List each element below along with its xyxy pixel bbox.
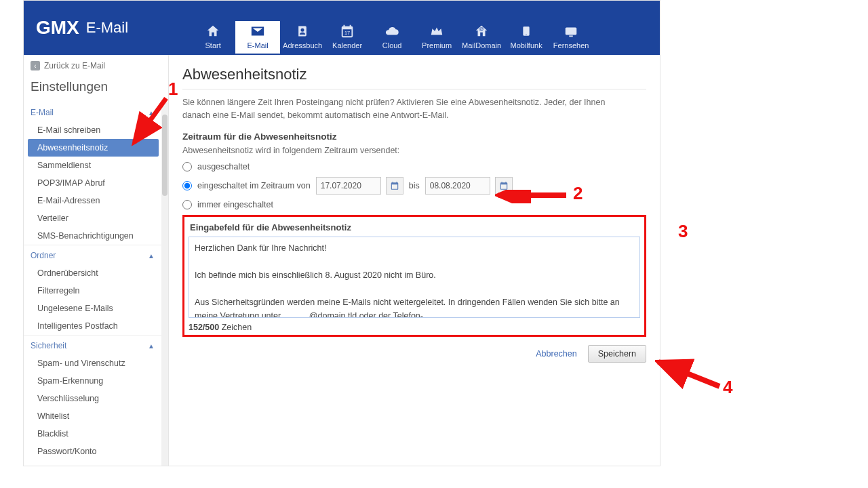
maildomain-icon: @ [474,22,489,40]
arrow-4-icon [655,358,723,392]
tab-label: Fernsehen [553,41,589,49]
brand: GMX E-Mail [24,1,143,55]
sidebar-item[interactable]: Blacklist [24,425,161,443]
premium-icon [429,22,444,40]
sidebar-item[interactable]: Filterregeln [24,282,161,300]
tab-start[interactable]: Start [191,21,235,54]
mobilfunk-icon [521,22,532,40]
option-range[interactable]: eingeschaltet im Zeitraum von bis [182,177,646,195]
email-icon [250,22,265,40]
sidebar-item[interactable]: Abwesenheitsnotiz [28,139,159,157]
tab-cloud[interactable]: Cloud [370,21,414,54]
sidebar-scrollbar[interactable] [161,102,168,466]
calendar-to-button[interactable] [495,177,513,195]
option-always[interactable]: immer eingeschaltet [182,200,646,209]
tab-label: Cloud [382,41,402,49]
calendar-icon [390,181,399,190]
option-range-label: eingeschaltet im Zeitraum von [197,181,311,190]
svg-text:@: @ [479,26,484,32]
page-title: Abwesenheitsnotiz [182,66,646,83]
sidebar-item[interactable]: POP3/IMAP Abruf [24,174,161,192]
option-range-middle: bis [409,181,420,190]
radio-range[interactable] [182,181,192,190]
sidebar-category[interactable]: Sicherheit▲ [24,335,161,354]
adressbuch-icon [296,22,309,40]
sidebar-item[interactable]: Passwort/Konto [24,443,161,460]
annotation-4: 4 [723,377,732,398]
sidebar-category[interactable]: E-Mail▲ [24,102,161,121]
sidebar-item[interactable]: Whitelist [24,407,161,425]
chevron-up-icon: ▲ [148,109,155,117]
tab-label: Start [205,41,221,49]
main-panel: Abwesenheitsnotiz Sie können längere Zei… [169,55,660,466]
period-heading: Zeitraum für die Abwesenheitsnotiz [182,131,646,142]
svg-line-5 [658,362,719,386]
option-always-label: immer eingeschaltet [197,200,273,209]
brand-name: GMX [36,17,79,39]
message-heading: Eingabefeld für die Abwesenheitsnotiz [189,221,640,237]
tab-mobilfunk[interactable]: Mobilfunk [504,21,549,54]
tab-label: Adressbuch [283,41,322,49]
char-counter: 152/500 Zeichen [189,323,640,332]
chevron-up-icon: ▲ [148,342,155,350]
radio-always[interactable] [182,200,192,209]
calendar-icon [499,181,509,190]
page-intro: Sie können längere Zeit Ihren Posteingan… [182,96,630,122]
message-box: Eingabefeld für die Abwesenheitsnotiz 15… [182,215,646,337]
sidebar: ‹ Zurück zu E-Mail Einstellungen E-Mail▲… [24,55,169,466]
sidebar-item[interactable]: Intelligentes Postfach [24,317,161,335]
period-desc: Abwesenheitsnotiz wird in folgendem Zeit… [182,146,646,155]
app-header: GMX E-Mail StartE-MailAdressbuch17Kalend… [24,1,660,55]
sidebar-category[interactable]: Ordner▲ [24,245,161,264]
start-icon [205,22,220,40]
date-from-input[interactable] [316,177,381,195]
cloud-icon [384,22,400,40]
chevron-left-icon: ‹ [31,61,40,70]
svg-rect-2 [566,28,577,35]
tab-email[interactable]: E-Mail [235,21,280,54]
sidebar-item[interactable]: Spam-Erkennung [24,372,161,390]
tab-label: Premium [422,41,452,49]
cancel-link[interactable]: Abbrechen [536,349,576,359]
sidebar-item[interactable]: Ordnerübersicht [24,264,161,282]
sidebar-item[interactable]: Verschlüsselung [24,390,161,407]
tab-kalender[interactable]: 17Kalender [325,21,370,54]
sidebar-item[interactable]: Sammeldienst [24,157,161,174]
sidebar-item[interactable]: Externe Inhalte [24,460,161,466]
sidebar-item[interactable]: SMS-Benachrichtigungen [24,227,161,245]
save-button[interactable]: Speichern [588,345,646,363]
sidebar-item[interactable]: Verteiler [24,209,161,227]
sidebar-scroll: E-Mail▲E-Mail schreibenAbwesenheitsnotiz… [24,102,161,466]
tab-label: E-Mail [248,41,269,49]
date-to-input[interactable] [425,177,490,195]
option-off[interactable]: ausgeschaltet [182,162,646,171]
back-link[interactable]: ‹ Zurück zu E-Mail [24,55,168,77]
fernsehen-icon [564,22,578,40]
option-off-label: ausgeschaltet [197,162,250,171]
back-label: Zurück zu E-Mail [44,61,105,70]
tab-fernsehen[interactable]: Fernsehen [549,21,593,54]
calendar-from-button[interactable] [386,177,403,195]
tab-maildomain[interactable]: @MailDomain [459,21,504,54]
tab-premium[interactable]: Premium [414,21,459,54]
tab-adressbuch[interactable]: Adressbuch [280,21,325,54]
kalender-icon: 17 [340,22,355,40]
tab-label: MailDomain [462,41,501,49]
sidebar-item[interactable]: E-Mail-Adressen [24,192,161,209]
tab-label: Kalender [332,41,362,49]
sidebar-heading: Einstellungen [24,77,168,101]
top-nav: StartE-MailAdressbuch17KalenderCloudPrem… [191,21,593,54]
annotation-3: 3 [678,221,688,242]
brand-product: E-Mail [86,19,128,37]
radio-off[interactable] [182,162,192,171]
svg-text:17: 17 [344,30,350,36]
char-count: 152/500 [189,323,219,332]
sidebar-item[interactable]: E-Mail schreiben [24,121,161,139]
tab-label: Mobilfunk [511,41,542,49]
message-textarea[interactable] [189,237,640,318]
sidebar-item[interactable]: Ungelesene E-Mails [24,300,161,317]
sidebar-item[interactable]: Spam- und Virenschutz [24,354,161,372]
divider [182,89,646,89]
chevron-up-icon: ▲ [148,252,155,260]
